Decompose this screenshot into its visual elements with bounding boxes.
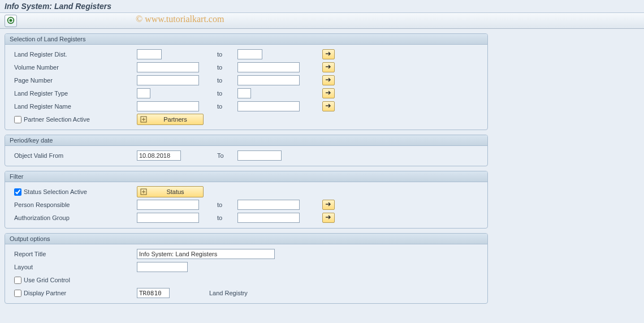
to-label: to bbox=[210, 64, 237, 71]
group-filter: Filter Status Selection Active Status Pe… bbox=[5, 171, 488, 229]
to-label: to bbox=[210, 214, 237, 221]
to-label: to bbox=[210, 51, 237, 58]
type-from-input[interactable] bbox=[137, 88, 150, 98]
status-active-checkbox[interactable] bbox=[14, 188, 21, 196]
volume-to-input[interactable] bbox=[237, 62, 300, 72]
partners-button[interactable]: Partners bbox=[137, 114, 204, 125]
multi-select-page-button[interactable] bbox=[322, 75, 335, 85]
expand-icon bbox=[140, 115, 148, 123]
arrow-right-icon bbox=[325, 103, 332, 110]
to-label: to bbox=[210, 77, 237, 84]
partner-active-text: Partner Selection Active bbox=[24, 116, 90, 123]
group-period: Period/key date Object Valid From To bbox=[5, 135, 488, 166]
report-title-input[interactable] bbox=[137, 249, 275, 259]
arrow-right-icon bbox=[325, 51, 332, 58]
partner-active-checkbox[interactable] bbox=[14, 116, 21, 123]
multi-select-volume-button[interactable] bbox=[322, 62, 335, 72]
label-volume-number: Volume Number bbox=[10, 64, 137, 71]
expand-icon bbox=[140, 188, 148, 196]
group-selection: Selection of Land Registers Land Registe… bbox=[5, 33, 488, 130]
group-selection-header: Selection of Land Registers bbox=[5, 34, 487, 45]
label-status-active: Status Selection Active bbox=[10, 188, 137, 196]
display-partner-checkbox[interactable] bbox=[14, 290, 21, 297]
label-land-register-dist: Land Register Dist. bbox=[10, 51, 137, 58]
to-label: to bbox=[210, 103, 237, 110]
arrow-right-icon bbox=[325, 64, 332, 71]
grid-text: Use Grid Control bbox=[24, 277, 70, 283]
label-valid-from: Object Valid From bbox=[10, 152, 137, 159]
status-btn-label: Status bbox=[150, 188, 201, 195]
land-register-dist-from-input[interactable] bbox=[137, 49, 162, 59]
multi-select-type-button[interactable] bbox=[322, 88, 335, 98]
to-label: to bbox=[210, 90, 237, 97]
arrow-right-icon bbox=[325, 90, 332, 97]
layout-input[interactable] bbox=[137, 262, 188, 272]
person-from-input[interactable] bbox=[137, 200, 199, 210]
arrow-right-icon bbox=[325, 201, 332, 208]
multi-select-person-button[interactable] bbox=[322, 200, 335, 210]
watermark: © www.tutorialkart.com bbox=[136, 14, 224, 24]
label-person-responsible: Person Responsible bbox=[10, 201, 137, 208]
valid-to-input[interactable] bbox=[237, 150, 282, 161]
partners-btn-label: Partners bbox=[150, 116, 201, 123]
content-area: Selection of Land Registers Land Registe… bbox=[0, 29, 644, 313]
multi-select-auth-button[interactable] bbox=[322, 213, 335, 223]
multi-select-name-button[interactable] bbox=[322, 101, 335, 111]
volume-from-input[interactable] bbox=[137, 62, 199, 72]
land-register-dist-to-input[interactable] bbox=[237, 49, 262, 59]
execute-icon bbox=[7, 16, 15, 25]
person-to-input[interactable] bbox=[237, 200, 300, 210]
display-partner-desc: Land Registry bbox=[209, 290, 248, 296]
type-to-input[interactable] bbox=[237, 88, 251, 98]
page-from-input[interactable] bbox=[137, 75, 199, 85]
name-from-input[interactable] bbox=[137, 101, 199, 111]
arrow-right-icon bbox=[325, 77, 332, 84]
page-to-input[interactable] bbox=[237, 75, 300, 85]
group-period-header: Period/key date bbox=[5, 135, 487, 146]
grid-checkbox[interactable] bbox=[14, 277, 21, 284]
name-to-input[interactable] bbox=[237, 101, 300, 111]
label-land-register-type: Land Register Type bbox=[10, 90, 137, 97]
valid-from-input[interactable] bbox=[137, 150, 181, 161]
label-partner-active: Partner Selection Active bbox=[10, 116, 137, 123]
svg-point-1 bbox=[10, 19, 12, 21]
label-report-title: Report Title bbox=[10, 251, 137, 257]
label-land-register-name: Land Register Name bbox=[10, 103, 137, 110]
execute-button[interactable] bbox=[5, 15, 17, 27]
group-filter-header: Filter bbox=[5, 171, 487, 182]
page-title: Info System: Land Registers bbox=[0, 0, 644, 13]
auth-to-input[interactable] bbox=[237, 213, 300, 223]
label-display-partner: Display Partner bbox=[10, 290, 137, 297]
status-button[interactable]: Status bbox=[137, 186, 204, 197]
group-output: Output options Report Title Layout Use G… bbox=[5, 233, 488, 304]
label-auth-group: Authorization Group bbox=[10, 214, 137, 221]
toolbar: © www.tutorialkart.com bbox=[0, 13, 644, 29]
label-page-number: Page Number bbox=[10, 77, 137, 84]
to-label: to bbox=[210, 201, 237, 208]
to-label: To bbox=[210, 152, 237, 159]
arrow-right-icon bbox=[325, 214, 332, 221]
label-grid: Use Grid Control bbox=[10, 277, 137, 284]
auth-from-input[interactable] bbox=[137, 213, 199, 223]
multi-select-dist-button[interactable] bbox=[322, 49, 335, 59]
status-active-text: Status Selection Active bbox=[24, 188, 87, 195]
group-output-header: Output options bbox=[5, 234, 487, 244]
label-layout: Layout bbox=[10, 264, 137, 270]
display-partner-text: Display Partner bbox=[24, 290, 66, 296]
display-partner-code-input[interactable] bbox=[137, 288, 170, 298]
